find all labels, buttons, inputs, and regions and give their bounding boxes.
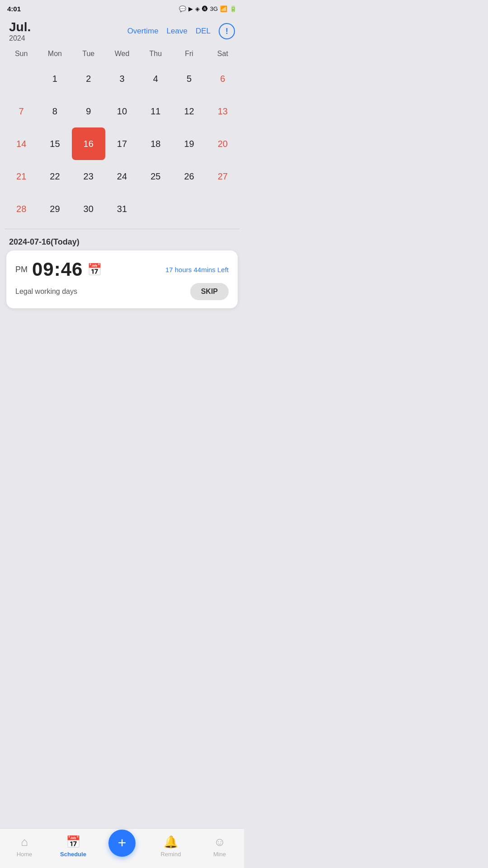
calendar-grid: Sun Mon Tue Wed Thu Fri Sat 123456789101… xyxy=(0,46,244,225)
calendar-day[interactable]: 22 xyxy=(38,160,71,193)
network-label: 3G xyxy=(210,5,218,12)
calendar-day xyxy=(139,193,172,225)
day-number: 7 xyxy=(19,106,24,117)
calendar-day[interactable]: 1 xyxy=(38,62,71,95)
calendar-divider xyxy=(5,229,239,229)
day-number: 29 xyxy=(50,204,60,214)
year-name: 2024 xyxy=(9,34,31,42)
leave-button[interactable]: Leave xyxy=(167,27,188,36)
calendar-day[interactable]: 19 xyxy=(172,127,206,160)
weekday-header: Sun Mon Tue Wed Thu Fri Sat xyxy=(5,46,239,62)
calendar-day[interactable]: 26 xyxy=(172,160,206,193)
month-title: Jul. 2024 xyxy=(9,20,31,42)
play-icon: ▶ xyxy=(188,5,193,12)
day-number: 6 xyxy=(220,74,225,84)
day-number: 23 xyxy=(84,171,94,182)
day-number: 3 xyxy=(119,74,124,84)
event-description: Legal working days xyxy=(15,288,77,296)
calendar-header: Jul. 2024 Overtime Leave DEL ! xyxy=(0,16,244,46)
header-actions: Overtime Leave DEL ! xyxy=(127,23,235,39)
day-number: 25 xyxy=(150,171,160,182)
calendar-day[interactable]: 18 xyxy=(139,127,172,160)
calendar-day[interactable]: 20 xyxy=(206,127,239,160)
info-button[interactable]: ! xyxy=(219,23,235,39)
calendar-day[interactable]: 25 xyxy=(139,160,172,193)
day-number: 30 xyxy=(84,204,94,214)
weekday-tue: Tue xyxy=(72,48,105,60)
event-ampm: PM xyxy=(15,265,28,274)
calendar-day[interactable]: 14 xyxy=(5,127,38,160)
weekday-mon: Mon xyxy=(38,48,71,60)
calendar-day[interactable]: 8 xyxy=(38,95,71,127)
day-number: 9 xyxy=(86,106,91,117)
days-grid: 1234567891011121314151617181920212223242… xyxy=(5,62,239,225)
day-number: 20 xyxy=(218,139,228,149)
calendar-day[interactable]: 5 xyxy=(172,62,206,95)
calendar-day[interactable]: 23 xyxy=(72,160,105,193)
calendar-day[interactable]: 7 xyxy=(5,95,38,127)
calendar-day[interactable]: 31 xyxy=(105,193,139,225)
status-right-icons: 💬 ▶ ◈ 🅐 3G 📶 🔋 xyxy=(179,5,237,12)
calendar-day[interactable]: 21 xyxy=(5,160,38,193)
calendar-day[interactable]: 12 xyxy=(172,95,206,127)
calendar-day[interactable]: 15 xyxy=(38,127,71,160)
day-number: 10 xyxy=(117,106,127,117)
day-number: 24 xyxy=(117,171,127,182)
weekday-sun: Sun xyxy=(5,48,38,60)
status-time: 4:01 xyxy=(7,5,21,13)
day-number: 31 xyxy=(117,204,127,214)
calendar-day[interactable]: 29 xyxy=(38,193,71,225)
day-number: 27 xyxy=(218,171,228,182)
day-number: 26 xyxy=(184,171,194,182)
time-left: 17 hours 44mins Left xyxy=(165,266,229,274)
event-calendar-icon: 📅 xyxy=(87,263,102,277)
day-number: 5 xyxy=(187,74,192,84)
signal-icon: 📶 xyxy=(220,5,227,12)
day-number: 17 xyxy=(117,139,127,149)
calendar-day xyxy=(172,193,206,225)
day-number: 21 xyxy=(16,171,26,182)
calendar-day[interactable]: 30 xyxy=(72,193,105,225)
today-label: 2024-07-16(Today) xyxy=(0,233,244,250)
calendar-day[interactable]: 17 xyxy=(105,127,139,160)
weekday-wed: Wed xyxy=(105,48,139,60)
day-number: 19 xyxy=(184,139,194,149)
a-icon: 🅐 xyxy=(202,5,208,12)
event-card: PM 09:46 📅 17 hours 44mins Left Legal wo… xyxy=(6,250,238,308)
status-bar: 4:01 💬 ▶ ◈ 🅐 3G 📶 🔋 xyxy=(0,0,244,16)
day-number: 4 xyxy=(153,74,158,84)
day-number: 14 xyxy=(16,139,26,149)
chat-icon: 💬 xyxy=(179,5,186,12)
day-number: 13 xyxy=(218,106,228,117)
day-number: 12 xyxy=(184,106,194,117)
calendar-day[interactable]: 28 xyxy=(5,193,38,225)
month-name: Jul. xyxy=(9,20,31,34)
calendar-day xyxy=(5,62,38,95)
del-button[interactable]: DEL xyxy=(196,27,211,36)
day-number: 1 xyxy=(52,74,57,84)
event-card-bottom: Legal working days SKIP xyxy=(15,283,229,300)
info-icon: ! xyxy=(225,27,228,36)
overtime-button[interactable]: Overtime xyxy=(127,27,159,36)
event-time-wrap: PM 09:46 📅 xyxy=(15,259,102,280)
calendar-day[interactable]: 6 xyxy=(206,62,239,95)
battery-icon: 🔋 xyxy=(230,5,237,12)
day-number: 15 xyxy=(50,139,60,149)
calendar-day[interactable]: 27 xyxy=(206,160,239,193)
day-number: 11 xyxy=(150,106,160,117)
day-number: 28 xyxy=(16,204,26,214)
calendar-day[interactable]: 13 xyxy=(206,95,239,127)
calendar-day[interactable]: 2 xyxy=(72,62,105,95)
calendar-day[interactable]: 11 xyxy=(139,95,172,127)
skip-button[interactable]: SKIP xyxy=(190,283,229,300)
day-number: 8 xyxy=(52,106,57,117)
calendar-day[interactable]: 3 xyxy=(105,62,139,95)
calendar-day[interactable]: 9 xyxy=(72,95,105,127)
calendar-day[interactable]: 4 xyxy=(139,62,172,95)
day-number: 2 xyxy=(86,74,91,84)
calendar-day[interactable]: 10 xyxy=(105,95,139,127)
event-time: 09:46 xyxy=(32,259,83,280)
day-number: 18 xyxy=(150,139,160,149)
calendar-day[interactable]: 16 xyxy=(72,127,105,160)
calendar-day[interactable]: 24 xyxy=(105,160,139,193)
